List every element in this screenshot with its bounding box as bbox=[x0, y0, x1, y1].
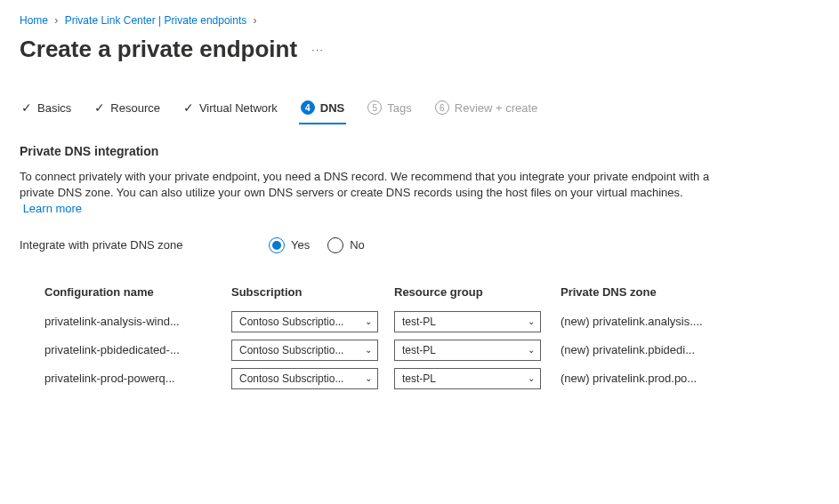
checkmark-icon: ✓ bbox=[21, 100, 32, 115]
tab-resource[interactable]: ✓ Resource bbox=[93, 95, 162, 124]
subscription-select[interactable]: Contoso Subscriptio... ⌄ bbox=[231, 311, 378, 332]
learn-more-link[interactable]: Learn more bbox=[23, 202, 82, 215]
subscription-select[interactable]: Contoso Subscriptio... ⌄ bbox=[231, 340, 378, 361]
description-text: To connect privately with your private e… bbox=[20, 170, 709, 199]
resource-group-select[interactable]: test-PL ⌄ bbox=[394, 311, 541, 332]
tab-label: Tags bbox=[387, 101, 411, 115]
radio-yes[interactable]: Yes bbox=[269, 237, 310, 253]
private-dns-zone: (new) privatelink.pbidedi... bbox=[561, 343, 819, 356]
tab-tags[interactable]: 5 Tags bbox=[366, 95, 413, 124]
chevron-down-icon: ⌄ bbox=[365, 373, 372, 383]
radio-no-label: No bbox=[350, 238, 365, 252]
step-number-icon: 6 bbox=[435, 100, 449, 115]
more-menu-icon[interactable]: ··· bbox=[311, 43, 324, 56]
radio-icon bbox=[269, 237, 285, 253]
select-value: Contoso Subscriptio... bbox=[239, 344, 343, 356]
integrate-row: Integrate with private DNS zone Yes No bbox=[20, 237, 819, 253]
step-number-icon: 5 bbox=[367, 100, 382, 115]
config-name: privatelink-analysis-wind... bbox=[44, 315, 231, 328]
page-title-row: Create a private endpoint ··· bbox=[20, 36, 819, 63]
header-resource-group: Resource group bbox=[394, 285, 550, 299]
resource-group-select[interactable]: test-PL ⌄ bbox=[394, 368, 541, 389]
config-table: Configuration name Subscription Resource… bbox=[44, 278, 819, 393]
tab-label: Basics bbox=[37, 101, 71, 115]
chevron-down-icon: ⌄ bbox=[528, 345, 535, 355]
section-heading: Private DNS integration bbox=[20, 144, 819, 158]
chevron-right-icon: › bbox=[54, 14, 58, 27]
chevron-down-icon: ⌄ bbox=[528, 316, 535, 326]
header-subscription: Subscription bbox=[231, 285, 387, 299]
select-value: test-PL bbox=[402, 372, 436, 385]
select-value: Contoso Subscriptio... bbox=[239, 316, 343, 328]
checkmark-icon: ✓ bbox=[94, 100, 105, 115]
wizard-tabs: ✓ Basics ✓ Resource ✓ Virtual Network 4 … bbox=[20, 95, 819, 124]
radio-icon bbox=[327, 237, 343, 253]
radio-yes-label: Yes bbox=[291, 238, 310, 252]
header-private-dns-zone: Private DNS zone bbox=[561, 285, 819, 299]
chevron-down-icon: ⌄ bbox=[365, 345, 372, 355]
table-row: privatelink-pbidedicated-... Contoso Sub… bbox=[44, 336, 819, 364]
step-number-icon: 4 bbox=[301, 100, 315, 115]
table-row: privatelink-analysis-wind... Contoso Sub… bbox=[44, 308, 819, 336]
integrate-label: Integrate with private DNS zone bbox=[20, 238, 269, 252]
private-dns-zone: (new) privatelink.analysis.... bbox=[561, 315, 819, 328]
section-description: To connect privately with your private e… bbox=[20, 169, 714, 218]
tab-review-create[interactable]: 6 Review + create bbox=[433, 95, 540, 124]
chevron-down-icon: ⌄ bbox=[528, 373, 535, 383]
select-value: Contoso Subscriptio... bbox=[239, 372, 343, 385]
config-name: privatelink-pbidedicated-... bbox=[44, 343, 231, 356]
tab-label: DNS bbox=[320, 101, 344, 115]
radio-no[interactable]: No bbox=[327, 237, 365, 253]
tab-virtual-network[interactable]: ✓ Virtual Network bbox=[182, 95, 279, 124]
breadcrumb-home[interactable]: Home bbox=[20, 14, 48, 27]
checkmark-icon: ✓ bbox=[183, 100, 194, 115]
page-title: Create a private endpoint bbox=[20, 36, 297, 63]
chevron-down-icon: ⌄ bbox=[365, 316, 372, 326]
header-config-name: Configuration name bbox=[44, 285, 231, 299]
breadcrumb-private-link-center[interactable]: Private Link Center | Private endpoints bbox=[65, 14, 247, 27]
integrate-radio-group: Yes No bbox=[269, 237, 365, 253]
private-dns-zone: (new) privatelink.prod.po... bbox=[561, 372, 819, 385]
tab-basics[interactable]: ✓ Basics bbox=[20, 95, 73, 124]
config-name: privatelink-prod-powerq... bbox=[44, 372, 231, 385]
table-header: Configuration name Subscription Resource… bbox=[44, 278, 819, 308]
select-value: test-PL bbox=[402, 344, 436, 356]
tab-dns[interactable]: 4 DNS bbox=[299, 95, 346, 124]
select-value: test-PL bbox=[402, 316, 436, 328]
chevron-right-icon: › bbox=[254, 14, 257, 27]
tab-label: Resource bbox=[110, 101, 160, 115]
tab-label: Virtual Network bbox=[199, 101, 278, 115]
subscription-select[interactable]: Contoso Subscriptio... ⌄ bbox=[231, 368, 378, 389]
resource-group-select[interactable]: test-PL ⌄ bbox=[394, 340, 541, 361]
breadcrumb: Home › Private Link Center | Private end… bbox=[20, 14, 819, 27]
tab-label: Review + create bbox=[455, 101, 538, 115]
table-row: privatelink-prod-powerq... Contoso Subsc… bbox=[44, 364, 819, 393]
